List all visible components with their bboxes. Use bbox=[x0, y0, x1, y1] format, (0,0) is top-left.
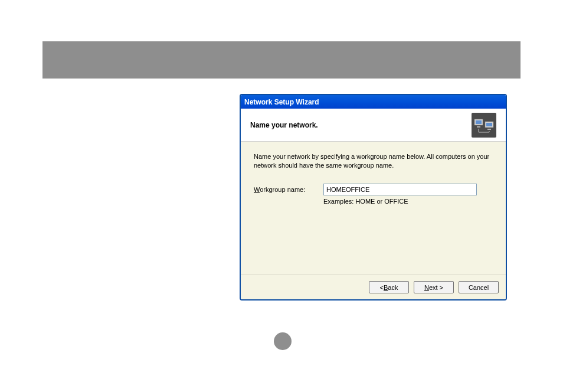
wizard-footer: < Back Next > Cancel bbox=[241, 275, 506, 299]
wizard-header: Name your network. bbox=[241, 109, 506, 142]
wizard-header-title: Name your network. bbox=[250, 121, 318, 129]
workgroup-row: Workgroup name: bbox=[254, 184, 493, 195]
svg-rect-5 bbox=[487, 129, 491, 130]
workgroup-label: Workgroup name: bbox=[254, 186, 323, 193]
page-circle bbox=[274, 332, 292, 350]
network-icon bbox=[472, 113, 496, 138]
workgroup-input[interactable] bbox=[323, 184, 477, 195]
svg-rect-2 bbox=[477, 126, 480, 128]
examples-row: Examples: HOME or OFFICE bbox=[254, 198, 493, 205]
svg-rect-4 bbox=[486, 123, 492, 126]
wizard-content: Name your network by specifying a workgr… bbox=[241, 142, 506, 275]
instruction-text: Name your network by specifying a workgr… bbox=[254, 152, 493, 171]
svg-rect-1 bbox=[476, 120, 482, 124]
cancel-button[interactable]: Cancel bbox=[459, 281, 499, 293]
titlebar[interactable]: Network Setup Wizard bbox=[241, 95, 506, 109]
wizard-window: Network Setup Wizard Name your network. … bbox=[240, 94, 507, 300]
back-button[interactable]: < Back bbox=[369, 281, 409, 293]
next-button[interactable]: Next > bbox=[414, 281, 454, 293]
top-gray-bar bbox=[42, 41, 521, 79]
examples-text: Examples: HOME or OFFICE bbox=[323, 198, 408, 205]
titlebar-text: Network Setup Wizard bbox=[244, 98, 319, 106]
